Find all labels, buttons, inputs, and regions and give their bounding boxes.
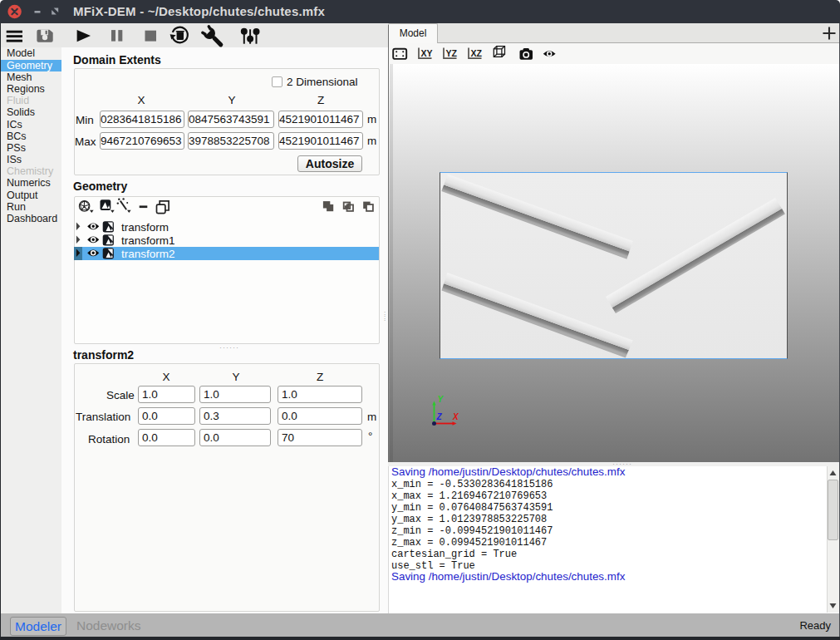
svg-text:XZ: XZ — [470, 48, 482, 58]
svg-text:X: X — [452, 412, 459, 421]
svg-text:Y: Y — [438, 395, 445, 404]
svg-text:XY: XY — [420, 48, 432, 58]
svg-text:YZ: YZ — [445, 48, 457, 58]
svg-text:Z: Z — [436, 412, 443, 421]
